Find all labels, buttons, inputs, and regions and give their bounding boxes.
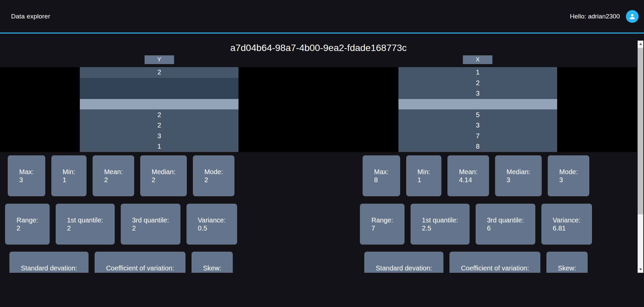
- y-stat-card-coeff-variation: Coefficient of variation:: [95, 252, 185, 273]
- y-row-6[interactable]: 3: [80, 131, 238, 142]
- stat-value: 3: [506, 176, 530, 184]
- x-row-4[interactable]: 5: [398, 109, 557, 120]
- stat-label: Variance:: [553, 216, 581, 224]
- y-row-1[interactable]: [80, 78, 238, 89]
- x-stat-card-mode: Mode: 3: [548, 155, 589, 196]
- y-chip-slot: Y: [0, 55, 319, 64]
- stat-label: Mode:: [204, 168, 223, 176]
- stat-label: Standard devation:: [21, 264, 77, 272]
- x-stat-card-skew: Skew:: [546, 252, 587, 273]
- x-stat-card-3rd-quantile: 3rd quantile: 6: [476, 204, 535, 245]
- y-stat-card-median: Median: 2: [140, 155, 187, 196]
- x-stat-card-coeff-variation: Coefficient of variation:: [449, 252, 540, 273]
- stat-label: Max:: [19, 168, 34, 176]
- stat-label: 1st quantile:: [67, 216, 103, 224]
- stat-value: 2: [132, 224, 169, 232]
- stat-value: 6.81: [553, 224, 581, 232]
- stat-label: Coefficient of variation:: [461, 264, 529, 272]
- y-stats-group: Max: 3 Min: 1 Mean: 2 Median: 2 Mode:: [0, 155, 242, 273]
- stat-label: Range:: [371, 216, 393, 224]
- y-stat-card-1st-quantile: 1st quantile: 2: [56, 204, 115, 245]
- stat-value: 6: [487, 224, 524, 232]
- stat-value: 1: [63, 176, 75, 184]
- y-row-0[interactable]: 2: [80, 67, 238, 78]
- stat-label: Standard devation:: [376, 264, 432, 272]
- y-stat-card-max: Max: 3: [8, 155, 45, 196]
- x-table: 1 2 3 5 3 7 8: [398, 67, 557, 152]
- y-row-4[interactable]: 2: [80, 109, 238, 120]
- x-stat-card-1st-quantile: 1st quantile: 2.5: [411, 204, 470, 245]
- scroll-down-button[interactable]: [638, 266, 643, 273]
- stat-label: Median:: [506, 168, 530, 176]
- x-row-2[interactable]: 3: [398, 88, 557, 99]
- stat-label: Max:: [374, 168, 388, 176]
- stat-label: Skew:: [558, 264, 576, 272]
- y-stat-card-std-deviation: Standard devation:: [9, 252, 89, 273]
- x-row-0[interactable]: 1: [398, 67, 557, 78]
- stat-value: 1: [418, 176, 430, 184]
- user-greeting: Hello: adrian2300: [570, 13, 620, 20]
- y-table-half: 2 2 2 3 1: [0, 67, 319, 152]
- y-row-2[interactable]: [80, 88, 238, 99]
- y-row-3[interactable]: [80, 99, 238, 110]
- stat-value: [203, 272, 221, 273]
- stat-label: Skew:: [203, 264, 221, 272]
- header-right: Hello: adrian2300: [570, 10, 639, 23]
- x-row-1[interactable]: 2: [398, 78, 557, 89]
- person-icon: [629, 13, 636, 20]
- scrollbar-thumb[interactable]: [638, 48, 643, 214]
- dataset-title: a7d04b64-98a7-4b00-9ea2-fdade168773c: [0, 43, 637, 53]
- x-row-5[interactable]: 3: [398, 120, 557, 131]
- x-stats-row-2: Range: 7 1st quantile: 2.5 3rd quantile:…: [355, 204, 597, 245]
- x-stat-card-min: Min: 1: [406, 155, 442, 196]
- y-row-5[interactable]: 2: [80, 120, 238, 131]
- y-row-7[interactable]: 1: [80, 141, 238, 152]
- x-chip-slot: X: [319, 55, 637, 64]
- y-stats-row-3: Standard devation: Coefficient of variat…: [0, 252, 242, 273]
- app-title: Data explorer: [11, 13, 50, 20]
- stat-label: Min:: [418, 168, 430, 176]
- y-stats-row-1: Max: 3 Min: 1 Mean: 2 Median: 2 Mode:: [0, 155, 242, 196]
- stat-value: [106, 272, 174, 273]
- x-stat-card-median: Median: 3: [495, 155, 542, 196]
- x-table-half: 1 2 3 5 3 7 8: [319, 67, 637, 152]
- x-stat-card-mean: Mean: 4.14: [447, 155, 489, 196]
- app-header: Data explorer Hello: adrian2300: [0, 0, 644, 34]
- stat-label: Mode:: [559, 168, 578, 176]
- y-stat-card-mean: Mean: 2: [93, 155, 134, 196]
- y-stat-card-mode: Mode: 2: [193, 155, 234, 196]
- stat-value: 2.5: [422, 224, 458, 232]
- y-stat-card-3rd-quantile: 3rd quantile: 2: [121, 204, 180, 245]
- stat-label: Variance:: [198, 216, 226, 224]
- main-content: a7d04b64-98a7-4b00-9ea2-fdade168773c Y X…: [0, 41, 644, 273]
- stats-area: Max: 3 Min: 1 Mean: 2 Median: 2 Mode:: [0, 155, 637, 273]
- column-header-x[interactable]: X: [463, 55, 492, 64]
- x-stat-card-std-deviation: Standard devation:: [364, 252, 443, 273]
- stat-label: 1st quantile:: [422, 216, 458, 224]
- x-stat-card-range: Range: 7: [360, 204, 405, 245]
- stat-value: [558, 272, 576, 273]
- arrow-up-icon: [639, 43, 642, 45]
- x-row-3[interactable]: [398, 99, 557, 110]
- stat-value: 2: [16, 224, 38, 232]
- stat-value: 3: [19, 176, 34, 184]
- stat-value: 2: [152, 176, 175, 184]
- stat-value: 8: [374, 176, 388, 184]
- user-avatar[interactable]: [626, 10, 639, 23]
- y-stat-card-range: Range: 2: [5, 204, 50, 245]
- stat-label: 3rd quantile:: [487, 216, 524, 224]
- arrow-down-icon: [639, 268, 642, 270]
- x-row-7[interactable]: 8: [398, 141, 557, 152]
- y-stats-row-2: Range: 2 1st quantile: 2 3rd quantile: 2…: [0, 204, 242, 245]
- column-header-y[interactable]: Y: [145, 55, 174, 64]
- x-stats-row-1: Max: 8 Min: 1 Mean: 4.14 Median: 3 Mode:: [355, 155, 597, 196]
- scrollbar[interactable]: [638, 41, 643, 273]
- stat-value: 4.14: [459, 176, 478, 184]
- x-stat-card-variance: Variance: 6.81: [541, 204, 592, 245]
- stat-label: Range:: [16, 216, 38, 224]
- x-row-6[interactable]: 7: [398, 131, 557, 142]
- scroll-up-button[interactable]: [638, 41, 643, 47]
- y-stat-card-variance: Variance: 0.5: [186, 204, 237, 245]
- stat-label: Median:: [152, 168, 175, 176]
- header-gap: [0, 34, 644, 41]
